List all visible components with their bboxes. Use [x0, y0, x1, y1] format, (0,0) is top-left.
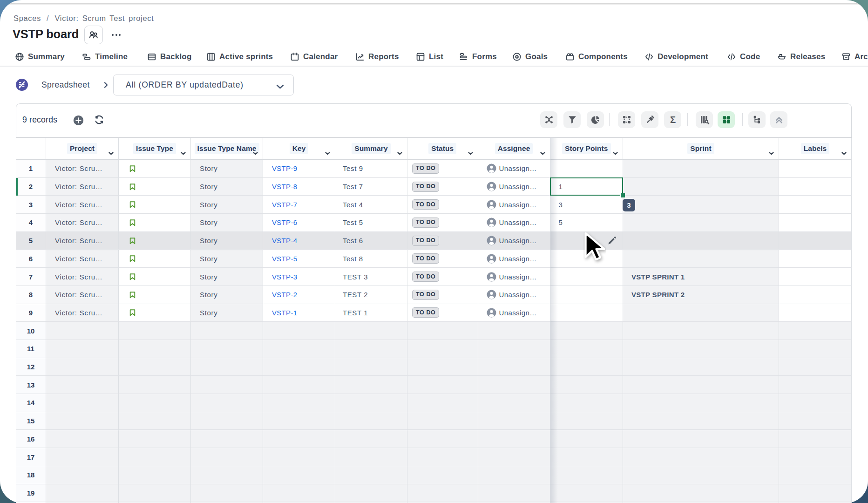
svg-text:Σ: Σ	[670, 115, 675, 125]
